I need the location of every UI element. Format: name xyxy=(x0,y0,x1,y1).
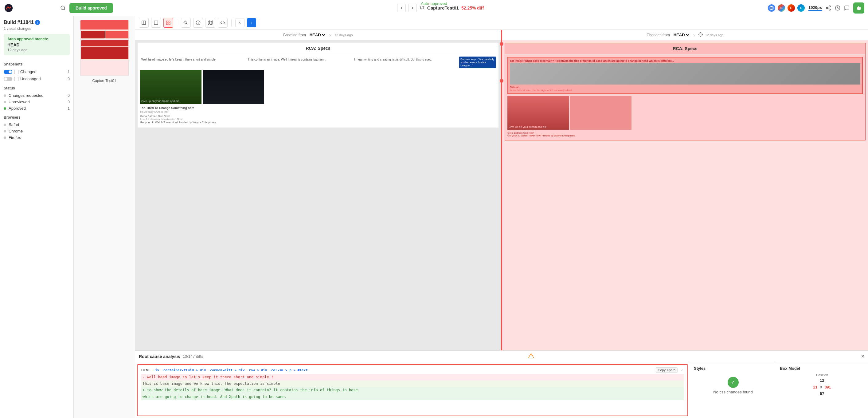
approved-row: Approved 1 xyxy=(4,105,70,112)
unreviewed-label: Unreviewed xyxy=(9,99,65,104)
unchanged-label: Unchanged xyxy=(20,77,66,81)
diff-badge: 52.25% diff xyxy=(461,5,484,10)
box-dimensions-row: 21 X 391 xyxy=(813,385,831,389)
box-bottom-row: 57 xyxy=(820,391,824,396)
svg-point-7 xyxy=(826,7,828,9)
position-value: 12 xyxy=(820,378,824,383)
approved-label: Approved xyxy=(9,106,65,111)
rca-html-label: HTML xyxy=(141,368,151,372)
auto-approved-label: Auto-approved xyxy=(421,1,447,6)
box-right-val: 391 xyxy=(825,385,831,389)
prev-snapshot-button[interactable] xyxy=(397,4,406,12)
changes-screenshot: RCA: Specs car image: When does it conta… xyxy=(505,43,866,141)
viewer-area: Baseline from HEAD 12 days ago RCA: Spec… xyxy=(135,16,868,418)
code-added-line-1: + to show the details of base image. Wha… xyxy=(141,387,684,393)
safari-row[interactable]: Safari xyxy=(4,121,70,128)
build-approved-button[interactable]: Build approved xyxy=(69,3,113,13)
rca-boxmodel-panel: Box Model Position 12 21 X 391 57 xyxy=(776,362,868,418)
auto-approved-box: Auto-approved branch: HEAD 12 days ago xyxy=(4,34,70,55)
svg-rect-17 xyxy=(166,23,168,25)
build-subtitle: 1 visual changes xyxy=(4,26,70,31)
no-css-section: ✓ No css changes found xyxy=(694,373,772,398)
changes-page-title: RCA: Specs xyxy=(505,43,865,54)
chrome-icon: C xyxy=(778,4,785,12)
unreviewed-row: Unreviewed 0 xyxy=(4,99,70,105)
styles-title: Styles xyxy=(694,366,772,371)
auto-approved-branch: HEAD xyxy=(7,42,66,47)
firefox-row[interactable]: Firefox xyxy=(4,134,70,141)
baseline-from-label: Baseline from xyxy=(283,33,306,37)
rca-styles-panel: Styles ✓ No css changes found xyxy=(690,362,776,418)
unchanged-snapshot-row[interactable]: Unchanged 0 xyxy=(4,75,70,82)
next-snapshot-button[interactable] xyxy=(408,4,417,12)
safari-label: Safari xyxy=(9,122,19,127)
overlay-btn[interactable] xyxy=(193,18,203,28)
build-title: Build #11841 xyxy=(4,20,34,25)
baseline-content: Well head image so let's keep it there s… xyxy=(137,54,498,127)
changes-pane: Changes from HEAD 12 days ago RCA: Specs xyxy=(502,30,868,350)
changes-scroll[interactable]: RCA: Specs car image: When does it conta… xyxy=(502,40,868,350)
code-diff: - Well head image so let's keep it there… xyxy=(141,374,684,400)
snapshot-name-label: CaptureTest01 xyxy=(92,79,116,83)
prev-diff-btn[interactable] xyxy=(235,18,245,27)
box-x-label: X xyxy=(820,385,822,389)
baseline-scroll[interactable]: RCA: Specs Well head image so let's keep… xyxy=(135,40,501,350)
browser-icons: C F E xyxy=(768,4,805,12)
single-view-btn[interactable] xyxy=(151,18,161,28)
svg-rect-14 xyxy=(154,21,158,25)
changes-requested-dot xyxy=(4,94,6,97)
edge-icon: E xyxy=(797,4,805,12)
search-button[interactable] xyxy=(60,5,66,11)
check-icon: ✓ xyxy=(727,377,739,388)
changed-snapshot-row[interactable]: Changed 1 xyxy=(4,68,70,75)
unchanged-toggle[interactable] xyxy=(4,77,12,81)
svg-point-29 xyxy=(700,34,701,35)
split-view-btn[interactable] xyxy=(139,18,149,28)
changed-label: Changed xyxy=(20,69,66,74)
changes-branch-select[interactable]: HEAD xyxy=(672,32,690,37)
status-section-label: Status xyxy=(4,86,70,90)
copy-xpath-button[interactable]: Copy Xpath xyxy=(656,367,678,373)
info-icon[interactable]: i xyxy=(35,20,40,25)
page-indicator: 1/1 xyxy=(419,5,425,10)
changes-pane-header: Changes from HEAD 12 days ago xyxy=(502,30,868,40)
brightness-btn[interactable] xyxy=(181,18,191,28)
diff-view-btn[interactable] xyxy=(163,18,173,28)
approved-count: 1 xyxy=(68,106,70,111)
rca-title: Root cause analysis xyxy=(139,354,180,359)
rca-count: 10/147 diffs xyxy=(183,354,203,359)
code-btn[interactable] xyxy=(218,18,227,28)
baseline-time: 12 days ago xyxy=(335,33,353,37)
baseline-branch-select[interactable]: HEAD xyxy=(308,32,326,37)
snapshot-thumbnail[interactable] xyxy=(80,20,129,76)
svg-point-1 xyxy=(8,6,9,8)
code-context-line-1: This is base image and we know this. The… xyxy=(141,381,684,387)
comment-button[interactable] xyxy=(844,5,849,11)
unreviewed-count: 0 xyxy=(68,100,70,104)
approve-button[interactable] xyxy=(853,2,864,13)
unchanged-count: 0 xyxy=(68,77,70,81)
settings-btn[interactable] xyxy=(699,32,703,37)
rca-close-button[interactable]: × xyxy=(861,353,864,360)
dropdown-icon[interactable] xyxy=(680,368,684,372)
chrome-row[interactable]: Chrome xyxy=(4,128,70,134)
firefox-dot xyxy=(4,137,6,139)
svg-line-9 xyxy=(828,8,829,9)
auto-approved-time: 12 days ago xyxy=(7,48,66,52)
svg-line-3 xyxy=(64,9,65,10)
next-diff-btn[interactable] xyxy=(247,18,256,27)
unreviewed-dot xyxy=(4,101,6,103)
box-bottom-val: 57 xyxy=(820,391,824,396)
svg-rect-18 xyxy=(168,23,170,25)
box-model-diagram: Position 12 21 X 391 57 xyxy=(780,373,864,396)
chrome-dot xyxy=(4,130,6,132)
svg-line-22 xyxy=(184,21,185,22)
code-added-line-2: which are going to change in head. And X… xyxy=(141,394,684,400)
history-button[interactable] xyxy=(835,5,840,11)
rca-body: HTML …iv .container-fluid > div .common-… xyxy=(135,362,868,418)
share-button[interactable] xyxy=(826,5,831,11)
region-btn[interactable] xyxy=(206,18,215,28)
changes-requested-count: 0 xyxy=(68,93,70,98)
svg-line-10 xyxy=(828,6,829,7)
changed-toggle[interactable] xyxy=(4,70,12,74)
